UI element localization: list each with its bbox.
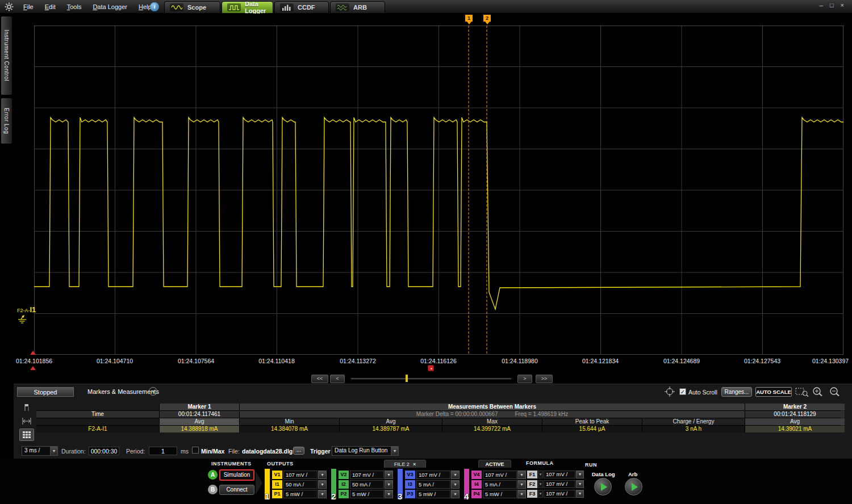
channel-3-i-caret-icon[interactable]: ▾	[451, 480, 460, 489]
maximize-icon[interactable]: □	[830, 2, 834, 9]
peak-to-peak-header[interactable]: Peak to Peak	[542, 418, 642, 425]
ranges-button[interactable]: Ranges...	[721, 387, 752, 397]
plot-canvas[interactable]	[34, 26, 843, 355]
trace-row-label[interactable]: F2-A-I1	[36, 426, 159, 432]
marker2-avg-header[interactable]: Avg	[745, 418, 845, 425]
marker1-header[interactable]: Marker 1	[160, 404, 239, 410]
channel-3-v-caret-icon[interactable]: ▾	[451, 471, 460, 479]
channel-4-i-caret-icon[interactable]: ▾	[517, 480, 526, 489]
zoom-in-icon[interactable]	[812, 387, 824, 399]
zoom-out-icon[interactable]	[829, 387, 841, 399]
channel-2-i-range[interactable]: 50 mA /	[350, 480, 384, 489]
collapse-chevron-icon[interactable]: ▾	[149, 387, 157, 396]
menu-tools[interactable]: Tools	[65, 3, 83, 10]
channel-1-i-range[interactable]: 50 mA /	[283, 480, 318, 489]
zoom-select-icon[interactable]	[795, 387, 809, 399]
charge-energy-header[interactable]: Charge / Energy	[642, 418, 745, 425]
channel-2-p-caret-icon[interactable]: ▾	[385, 490, 393, 498]
cursor-target-icon[interactable]	[665, 387, 675, 399]
trigger-value: Data Log Run Button	[332, 447, 391, 455]
marker-flag-2[interactable]: 2	[483, 15, 491, 22]
channel-2-p-range[interactable]: 5 mW /	[350, 490, 384, 498]
browse-button[interactable]: ...	[293, 447, 304, 455]
channel-1-i-caret-icon[interactable]: ▾	[318, 480, 327, 489]
menu-data-logger[interactable]: Data Logger	[91, 3, 129, 10]
minimize-icon[interactable]: –	[820, 2, 823, 9]
channel-3-i-range[interactable]: 5 mA /	[416, 480, 450, 489]
formula-1-range[interactable]: 107 mV /	[544, 471, 575, 478]
marker-flag-1[interactable]: 1	[465, 15, 473, 22]
max-header[interactable]: Max	[442, 418, 542, 425]
channel-2-i-caret-icon[interactable]: ▾	[385, 480, 393, 489]
channel-2-v-range[interactable]: 107 mV /	[350, 471, 384, 479]
axis-left-marker-icon[interactable]	[30, 366, 36, 370]
channel-2-v-caret-icon[interactable]: ▾	[385, 471, 393, 479]
channel-1-v-badge: V1	[272, 471, 282, 479]
channel-4-v-caret-icon[interactable]: ▾	[517, 471, 526, 479]
scroll-last-button[interactable]: >>	[536, 375, 553, 383]
info-icon[interactable]: i	[150, 2, 159, 11]
formula-2-caret-icon[interactable]: ▾	[576, 480, 584, 488]
close-icon[interactable]: ×	[841, 2, 844, 9]
menu-edit[interactable]: Edit	[43, 3, 57, 10]
scrollbar-handle[interactable]	[406, 375, 408, 382]
scroll-next-button[interactable]: >	[517, 375, 532, 383]
expand-arrow-icon[interactable]	[256, 471, 262, 495]
formula-3-range[interactable]: 107 mV /	[544, 490, 575, 498]
trace-label[interactable]: F2-A-I1	[17, 304, 36, 327]
scroll-prev-button[interactable]: <	[330, 375, 345, 383]
marker2-header[interactable]: Marker 2	[745, 404, 845, 410]
channel-3-v-range[interactable]: 107 mV /	[416, 471, 450, 479]
data-log-run-button[interactable]	[594, 478, 612, 495]
active-tab[interactable]: ACTIVE	[478, 460, 511, 468]
formula-1-caret-icon[interactable]: ▾	[576, 471, 584, 478]
formula-2-select-caret-icon[interactable]: ▾	[538, 480, 543, 488]
marker1-avg-header[interactable]: Avg	[160, 418, 239, 425]
plot-corner-marker-icon[interactable]	[30, 351, 36, 355]
scroll-first-button[interactable]: <<	[311, 375, 328, 383]
period-input[interactable]	[149, 447, 177, 455]
tab-data-logger[interactable]: Data Logger	[222, 1, 273, 14]
auto-scroll-checkbox[interactable]: ✓	[679, 388, 686, 395]
channel-4-p-range[interactable]: 5 mW /	[483, 490, 517, 498]
sidebar-tab-instrument-control[interactable]: Instrument Control	[1, 16, 12, 95]
instrument-b-badge: B	[208, 485, 218, 494]
sidebar-tab-error-log[interactable]: Error Log	[1, 98, 12, 144]
avg-header[interactable]: Avg	[340, 418, 442, 425]
channel-1-v-caret-icon[interactable]: ▾	[318, 471, 327, 479]
channel-1-p-caret-icon[interactable]: ▾	[318, 490, 327, 498]
gear-icon[interactable]	[5, 2, 14, 14]
menu-file[interactable]: File	[22, 3, 35, 10]
auto-scale-button[interactable]: AUTO SCALE	[755, 387, 792, 397]
channel-4-v-range[interactable]: 107 mV /	[483, 471, 517, 479]
channel-1-p-range[interactable]: 5 mW /	[283, 490, 318, 498]
trigger-position-marker-icon[interactable]	[428, 365, 434, 371]
channel-4-i-range[interactable]: 5 mA /	[483, 480, 517, 489]
duration-input[interactable]	[89, 447, 119, 455]
file2-tab[interactable]: FILE 2 ×	[384, 460, 426, 468]
formula-3-caret-icon[interactable]: ▾	[576, 490, 584, 498]
tab-scope[interactable]: Scope	[164, 1, 220, 14]
tab-ccdf[interactable]: CCDF	[274, 1, 329, 14]
minmax-checkbox[interactable]	[192, 447, 199, 453]
channel-3-p-caret-icon[interactable]: ▾	[451, 490, 460, 498]
arb-run-button[interactable]	[625, 478, 642, 495]
connect-button[interactable]: Connect	[219, 485, 254, 495]
channel-1-v-range[interactable]: 107 mV /	[283, 471, 318, 479]
trigger-dropdown[interactable]: Data Log Run Button ▾	[332, 446, 399, 456]
marker-tool-button[interactable]	[19, 401, 34, 414]
marker2-time: 00:01:24.118129	[745, 411, 845, 418]
simulation-button[interactable]: Simulation	[219, 469, 254, 481]
file2-close-icon[interactable]: ×	[413, 461, 416, 467]
tab-arb[interactable]: ARB	[330, 1, 385, 14]
channel-4-p-caret-icon[interactable]: ▾	[517, 490, 526, 498]
grid-tool-button[interactable]	[19, 429, 34, 441]
formula-3-select-caret-icon[interactable]: ▾	[538, 490, 543, 498]
channel-3-p-range[interactable]: 5 mW /	[416, 490, 450, 498]
formula-2-range[interactable]: 107 mV /	[544, 480, 575, 488]
scrollbar-track[interactable]	[351, 378, 511, 380]
min-header[interactable]: Min	[240, 418, 339, 425]
timebase-dropdown[interactable]: 3 ms / ▾	[22, 446, 58, 456]
measure-tool-button[interactable]	[19, 415, 34, 427]
formula-1-select-caret-icon[interactable]: ▾	[538, 471, 543, 478]
